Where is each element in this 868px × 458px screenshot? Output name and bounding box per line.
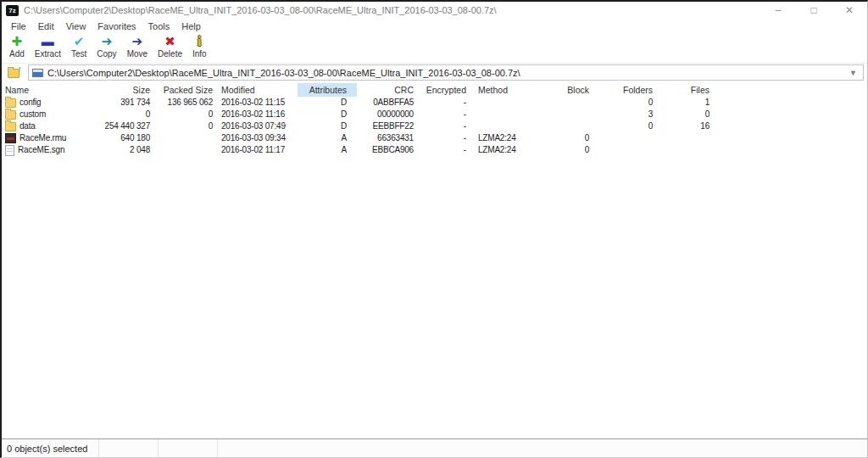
folder-icon xyxy=(5,122,16,131)
cell-modified: 2016-03-02 11:15 xyxy=(217,97,298,109)
column-header-filler xyxy=(714,83,867,97)
move-button[interactable]: ➔Move xyxy=(122,33,153,59)
address-combobox[interactable]: C:\Users\Computer2\Desktop\RaceME_Ultra_… xyxy=(28,64,864,81)
status-panel-3 xyxy=(159,439,218,457)
column-header-name[interactable]: Name xyxy=(2,83,86,97)
toolbar-label: Add xyxy=(9,49,25,59)
extract-minus-icon: ▬ xyxy=(42,34,54,49)
app-7zip-icon: 7z xyxy=(6,5,19,16)
cell-name: RaceMe.rmu xyxy=(2,132,86,144)
cell-name: data xyxy=(2,120,86,132)
cell-attributes: A xyxy=(298,132,357,144)
cell-modified: 2016-03-03 07:49 xyxy=(217,120,298,132)
status-bar: 0 object(s) selected xyxy=(2,438,867,457)
extract-button[interactable]: ▬Extract xyxy=(30,33,66,59)
column-header-encrypted[interactable]: Encrypted xyxy=(418,83,474,97)
table-row[interactable]: data254 440 32702016-03-03 07:49DEEBBFF2… xyxy=(2,120,867,132)
cell-files: 16 xyxy=(657,120,714,132)
add-button[interactable]: ✚Add xyxy=(4,33,30,59)
cell-size: 640 180 xyxy=(86,132,154,144)
column-header-modified[interactable]: Modified xyxy=(217,83,298,97)
cell-size: 391 734 xyxy=(86,97,154,109)
column-header-size[interactable]: Size xyxy=(86,83,154,97)
cell-packed-size: 136 965 062 xyxy=(154,97,217,109)
cell-folders: 0 xyxy=(593,120,657,132)
delete-button[interactable]: ✖Delete xyxy=(153,33,187,59)
address-path: C:\Users\Computer2\Desktop\RaceME_Ultra_… xyxy=(47,68,846,78)
cell-packed-size: 0 xyxy=(154,120,217,132)
window-controls: – □ ✕ xyxy=(760,2,867,19)
move-arrow-icon: ➔ xyxy=(132,34,143,49)
column-header-attributes[interactable]: Attributes xyxy=(298,83,357,97)
table-row[interactable]: custom002016-03-02 11:16D00000000-30 xyxy=(2,109,867,120)
sgn-file-icon xyxy=(5,145,14,156)
column-header-row: NameSizePacked SizeModifiedAttributesCRC… xyxy=(2,83,867,97)
cell-encrypted: - xyxy=(418,97,474,109)
status-panel-4 xyxy=(218,439,867,457)
file-list[interactable]: config391 734136 965 0622016-03-02 11:15… xyxy=(2,97,867,438)
copy-arrow-icon: ➔ xyxy=(102,34,113,49)
cell-encrypted: - xyxy=(418,132,474,144)
test-button[interactable]: ✔Test xyxy=(66,33,92,59)
item-name: RaceME.sgn xyxy=(18,144,64,156)
column-header-block[interactable]: Block xyxy=(538,83,593,97)
column-header-method[interactable]: Method xyxy=(474,83,538,97)
info-button[interactable]: iInfo xyxy=(187,33,212,59)
maximize-button[interactable]: □ xyxy=(796,2,832,19)
cell-modified: 2016-03-02 11:17 xyxy=(217,144,298,156)
cell-crc: EEBBFF22 xyxy=(357,120,418,132)
item-name: RaceMe.rmu xyxy=(19,132,66,144)
cell-files: 1 xyxy=(657,97,714,109)
column-header-files[interactable]: Files xyxy=(657,83,714,97)
menu-view[interactable]: View xyxy=(60,21,92,31)
cell-crc: 00000000 xyxy=(357,109,418,120)
address-bar: ↑ C:\Users\Computer2\Desktop\RaceME_Ultr… xyxy=(2,64,867,83)
column-header-packed-size[interactable]: Packed Size xyxy=(154,83,217,97)
cell-crc: EBBCA906 xyxy=(357,144,418,156)
toolbar-label: Delete xyxy=(158,49,182,59)
column-header-folders[interactable]: Folders xyxy=(593,83,657,97)
copy-button[interactable]: ➔Copy xyxy=(92,33,121,59)
cell-name: config xyxy=(2,97,86,109)
cell-encrypted: - xyxy=(418,120,474,132)
cell-modified: 2016-03-02 11:16 xyxy=(217,109,298,120)
test-check-icon: ✔ xyxy=(74,34,85,49)
folder-up-icon[interactable]: ↑ xyxy=(8,67,22,78)
menu-edit[interactable]: Edit xyxy=(32,21,60,31)
cell-method: LZMA2:24 xyxy=(474,144,538,156)
table-row[interactable]: RaceMe.rmu640 1802016-03-03 09:34A663634… xyxy=(2,132,867,144)
rmu-file-icon xyxy=(5,133,16,143)
cell-packed-size: 0 xyxy=(154,109,217,120)
table-row[interactable]: RaceME.sgn2 0482016-03-02 11:17AEBBCA906… xyxy=(2,144,867,156)
selection-status: 0 object(s) selected xyxy=(2,439,99,457)
cell-size: 2 048 xyxy=(86,144,154,156)
toolbar-label: Test xyxy=(71,49,86,59)
menu-tools[interactable]: Tools xyxy=(142,21,176,31)
cell-attributes: D xyxy=(298,97,357,109)
menu-favorites[interactable]: Favorites xyxy=(92,21,142,31)
seven-zip-window: 7z C:\Users\Computer2\Desktop\RaceME_Ult… xyxy=(0,0,868,458)
cell-attributes: D xyxy=(298,109,357,120)
cell-folders: 0 xyxy=(593,97,657,109)
menu-file[interactable]: File xyxy=(5,21,32,31)
cell-folders: 3 xyxy=(593,109,657,120)
close-button[interactable]: ✕ xyxy=(832,2,867,19)
toolbar-label: Extract xyxy=(35,49,61,59)
add-plus-icon: ✚ xyxy=(12,34,23,49)
status-panel-2 xyxy=(99,439,159,457)
column-header-crc[interactable]: CRC xyxy=(357,83,418,97)
item-name: data xyxy=(19,120,36,132)
cell-files: 0 xyxy=(657,109,714,120)
cell-encrypted: - xyxy=(418,109,474,120)
chevron-down-icon[interactable]: ▼ xyxy=(846,69,860,77)
info-icon: i xyxy=(198,34,201,49)
cell-name: custom xyxy=(2,109,86,120)
cell-attributes: A xyxy=(298,144,357,156)
toolbar-label: Move xyxy=(127,49,147,59)
menu-help[interactable]: Help xyxy=(175,21,207,31)
minimize-button[interactable]: – xyxy=(760,2,796,19)
archive-icon xyxy=(32,69,43,77)
table-row[interactable]: config391 734136 965 0622016-03-02 11:15… xyxy=(2,97,867,109)
cell-crc: 0ABBFFA5 xyxy=(357,97,418,109)
folder-icon xyxy=(5,110,16,120)
